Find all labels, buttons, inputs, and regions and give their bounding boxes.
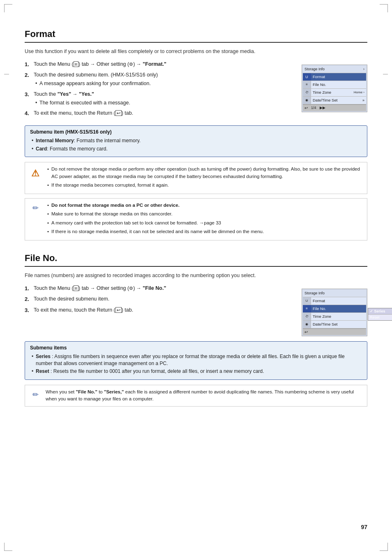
format-intro: Use this function if you want to delete … xyxy=(25,48,367,56)
fn-popup-series: ✓ Series xyxy=(368,308,392,314)
fn-sm-icon-datetime: ◉ xyxy=(303,321,311,328)
fileno-intro: File names (numbers) are assigned to rec… xyxy=(25,272,367,280)
fn-sm-icon-timezone: ⏱ xyxy=(303,313,311,320)
fileno-title: File No. xyxy=(25,253,367,267)
fileno-info-box: ✏ When you set "File No." to "Series," e… xyxy=(25,385,367,407)
fileno-screen-footer: ↩ xyxy=(303,328,366,335)
fileno-steps-area: 1. Touch the Menu (≡) tab → Other settin… xyxy=(25,284,367,336)
format-submenu-item-1: Internal Memory: Formats the internal me… xyxy=(30,137,362,144)
step-num-2: 2. xyxy=(25,71,34,79)
sm-row-format: U Format xyxy=(303,73,366,81)
step-content-2: Touch the desired submenu item. (HMX-S15… xyxy=(34,71,295,88)
gear-icon-1: ⚙ xyxy=(129,62,133,67)
fileno-screen-mockup: Storage Info U Format ≡ File No. xyxy=(302,289,367,336)
page-container: Format Use this function if you want to … xyxy=(0,0,392,555)
sm-arrow-more: » xyxy=(361,98,366,102)
fn-sm-label-fileno: File No. xyxy=(311,305,366,312)
fn-step-num-3: 3. xyxy=(25,306,34,314)
fileno-submenu-item-series: Series : Assigns file numbers in sequenc… xyxy=(30,353,362,367)
fileno-submenu-list: Series : Assigns file numbers in sequenc… xyxy=(30,353,362,375)
corner-mark-bl xyxy=(4,543,12,551)
corner-mark-tr xyxy=(380,4,388,12)
fileno-step-3: 3. To exit the menu, touch the Return (↩… xyxy=(25,306,295,314)
fileno-submenu-title: Submenu items xyxy=(30,345,362,351)
arrow-1: → xyxy=(90,61,95,67)
sm-label-timezone: Time Zone xyxy=(311,89,352,95)
fn-step-content-2: Touch the desired submenu item. xyxy=(34,295,295,303)
format-submenu-list: Internal Memory: Formats the internal me… xyxy=(30,137,362,153)
step-content-3: Touch the "Yes" → "Yes." The format is e… xyxy=(34,90,295,107)
fn-step-num-2: 2. xyxy=(25,295,34,303)
sm-return-icon: ↩ xyxy=(304,106,308,110)
sm-label-format: Format xyxy=(311,74,366,80)
format-warning-box: ⚠ Do not remove the storage media or per… xyxy=(25,162,367,194)
fn-return-icon: ↩ xyxy=(304,330,308,334)
step-content-1: Touch the Menu (≡) tab → Other setting (… xyxy=(34,60,295,68)
sm-page-indicator: 1/4 xyxy=(311,106,316,110)
sm-arrow-storage-info: › xyxy=(362,67,366,71)
corner-mark-tl xyxy=(4,4,12,12)
fn-sm-label-timezone: Time Zone xyxy=(311,313,366,319)
sm-label-datetime: Date/Time Set xyxy=(311,97,361,103)
side-mark-left-top xyxy=(4,74,9,74)
format-warning-item-2: If the storage media becomes corrupted, … xyxy=(46,182,363,189)
step-num-3: 3. xyxy=(25,90,34,99)
format-steps-area: 1. Touch the Menu (≡) tab → Other settin… xyxy=(25,60,367,120)
fn-popup-panel: ✓ Series Reset xyxy=(368,308,392,321)
sm-label-fileno: File No. xyxy=(311,81,366,88)
fileno-steps-list: 1. Touch the Menu (≡) tab → Other settin… xyxy=(25,284,295,317)
fn-sm-row-datetime: ◉ Date/Time Set xyxy=(303,321,366,328)
format-step-4: 4. To exit the menu, touch the Return (↩… xyxy=(25,109,295,118)
format-submenu-title: Submenu item (HMX-S15/S16 only) xyxy=(30,129,362,135)
format-screen-inner: Storage Info › U Format ≡ File No. xyxy=(302,65,367,112)
format-section: Format Use this function if you want to … xyxy=(25,29,367,240)
format-info-box: ✏ Do not format the storage media on a P… xyxy=(25,198,367,240)
fileno-info-content: When you set "File No." to "Series," eac… xyxy=(46,388,363,403)
fileno-submenu-item-reset: Reset : Resets the file number to 0001 a… xyxy=(30,368,362,375)
menu-icon-1: ≡ xyxy=(74,61,78,67)
format-info-content: Do not format the storage media on a PC … xyxy=(46,202,264,237)
return-icon-1: ↩ xyxy=(115,110,122,116)
fn-sm-icon-fileno: ≡ xyxy=(303,305,311,312)
page-number: 97 xyxy=(361,524,367,530)
fn-popup-reset: Reset xyxy=(368,314,392,320)
format-screen-mockup: Storage Info › U Format ≡ File No. xyxy=(302,65,367,112)
sm-row-timezone: ⏱ Time Zone Home › xyxy=(303,89,366,97)
return-icon-fn: ↩ xyxy=(115,307,122,313)
gear-icon-fn: ⚙ xyxy=(129,286,133,291)
corner-mark-br xyxy=(380,543,388,551)
format-warning-content: Do not remove the storage media or perfo… xyxy=(46,166,363,190)
fn-arrow-1: → xyxy=(90,285,95,291)
format-step-3: 3. Touch the "Yes" → "Yes." The format i… xyxy=(25,90,295,107)
format-title: Format xyxy=(25,29,367,43)
fn-step-num-1: 1. xyxy=(25,284,34,293)
sm-row-fileno: ≡ File No. xyxy=(303,81,366,89)
fn-sm-row-storage-info: Storage Info xyxy=(303,290,366,297)
format-info-item-1: Do not format the storage media on a PC … xyxy=(46,202,264,209)
menu-icon-fn: ≡ xyxy=(74,285,78,291)
fn-sm-label-format: Format xyxy=(311,298,366,304)
step-num-4: 4. xyxy=(25,109,34,118)
sm-icon-timezone: ⏱ xyxy=(303,89,311,96)
format-info-item-4: If there is no storage media inserted, i… xyxy=(46,228,264,235)
fn-sm-label-storage-info: Storage Info xyxy=(303,290,366,296)
format-step-1: 1. Touch the Menu (≡) tab → Other settin… xyxy=(25,60,295,69)
sm-label-storage-info: Storage Info xyxy=(303,66,362,72)
sm-icon-datetime: ◉ xyxy=(303,97,311,104)
format-screen-footer: ↩ 1/4 ▶▶ xyxy=(303,104,366,111)
fn-step-content-1: Touch the Menu (≡) tab → Other setting (… xyxy=(34,284,295,292)
fn-sm-row-fileno: ≡ File No. ✓ Series Reset xyxy=(303,305,366,313)
fileno-step-1: 1. Touch the Menu (≡) tab → Other settin… xyxy=(25,284,295,293)
fn-sm-label-datetime: Date/Time Set xyxy=(311,321,366,327)
fn-sm-row-timezone: ⏱ Time Zone xyxy=(303,313,366,321)
sm-row-datetime: ◉ Date/Time Set » xyxy=(303,97,366,104)
sm-row-storage-info: Storage Info › xyxy=(303,66,366,73)
sm-arrow-timezone: Home › xyxy=(352,90,366,94)
fileno-step-2: 2. Touch the desired submenu item. xyxy=(25,295,295,303)
format-info-item-3: A memory card with the protection tab se… xyxy=(46,220,264,227)
format-steps-list: 1. Touch the Menu (≡) tab → Other settin… xyxy=(25,60,295,120)
format-submenu-box: Submenu item (HMX-S15/S16 only) Internal… xyxy=(25,125,367,157)
step-num-1: 1. xyxy=(25,60,34,69)
step-content-4: To exit the menu, touch the Return (↩) t… xyxy=(34,109,295,117)
arrow-2: → xyxy=(136,61,141,67)
